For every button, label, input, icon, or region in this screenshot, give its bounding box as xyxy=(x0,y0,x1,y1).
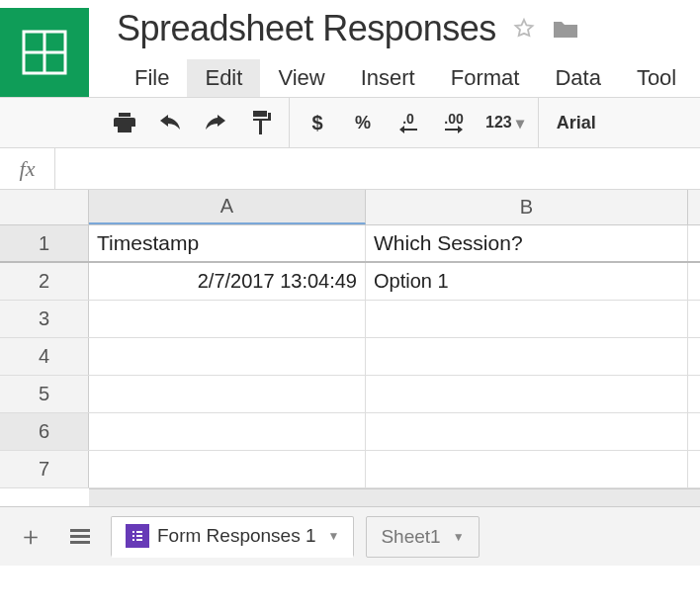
number-format-button[interactable]: 123 ▾ xyxy=(485,114,524,132)
menu-view[interactable]: View xyxy=(260,59,342,97)
cell-b1[interactable]: Which Session? xyxy=(366,225,688,261)
dropdown-icon: ▾ xyxy=(516,114,524,132)
spreadsheet-grid[interactable]: A B 1 Timestamp Which Session? 2 2/7/201… xyxy=(0,190,700,506)
fx-label: fx xyxy=(0,148,55,189)
column-header-b[interactable]: B xyxy=(366,190,688,224)
sheet-tab-label: Form Responses 1 xyxy=(157,525,316,547)
horizontal-scrollbar[interactable] xyxy=(89,488,700,506)
row-header[interactable]: 6 xyxy=(0,413,89,450)
all-sheets-button[interactable] xyxy=(61,518,99,556)
formula-input[interactable] xyxy=(55,148,700,189)
sheets-logo xyxy=(0,8,89,97)
decrease-decimal-button[interactable]: .0 xyxy=(394,109,422,136)
column-header-a[interactable]: A xyxy=(89,190,366,224)
cell[interactable] xyxy=(89,301,366,337)
cell[interactable] xyxy=(89,451,366,487)
toolbar: $ % .0 .00 123 ▾ Arial xyxy=(0,97,700,148)
percent-button[interactable]: % xyxy=(349,109,377,136)
sheet-tab-form-responses[interactable]: Form Responses 1 ▼ xyxy=(111,516,354,558)
star-icon[interactable] xyxy=(512,17,536,41)
cell-a2[interactable]: 2/7/2017 13:04:49 xyxy=(89,263,366,300)
number-format-label: 123 xyxy=(485,114,512,132)
print-icon[interactable] xyxy=(111,109,138,136)
sheet-tab-sheet1[interactable]: Sheet1 ▼ xyxy=(366,516,479,558)
currency-button[interactable]: $ xyxy=(304,109,331,136)
cell[interactable] xyxy=(89,413,366,450)
menu-insert[interactable]: Insert xyxy=(343,59,433,97)
add-sheet-button[interactable]: ＋ xyxy=(12,518,49,556)
decrease-decimal-label: .0 xyxy=(402,112,414,126)
cell[interactable] xyxy=(366,301,688,337)
document-title[interactable]: Spreadsheet Responses xyxy=(117,8,496,49)
row-header[interactable]: 3 xyxy=(0,301,89,337)
form-icon xyxy=(126,524,149,548)
increase-decimal-button[interactable]: .00 xyxy=(440,109,468,136)
menu-data[interactable]: Data xyxy=(537,59,618,97)
undo-icon[interactable] xyxy=(156,109,184,136)
dropdown-icon[interactable]: ▼ xyxy=(328,529,340,543)
row-header[interactable]: 4 xyxy=(0,338,89,375)
cell[interactable] xyxy=(89,376,366,412)
cell-b2[interactable]: Option 1 xyxy=(366,263,688,300)
increase-decimal-label: .00 xyxy=(444,112,463,126)
menu-file[interactable]: File xyxy=(117,59,187,97)
cell-a1[interactable]: Timestamp xyxy=(89,225,366,261)
font-family-select[interactable]: Arial xyxy=(539,113,614,133)
dropdown-icon[interactable]: ▼ xyxy=(453,530,465,544)
row-header[interactable]: 2 xyxy=(0,263,89,300)
sheet-tab-label: Sheet1 xyxy=(381,526,440,548)
redo-icon[interactable] xyxy=(202,109,229,136)
row-header[interactable]: 7 xyxy=(0,451,89,487)
cell[interactable] xyxy=(366,376,688,412)
folder-icon[interactable] xyxy=(552,17,579,41)
paint-format-icon[interactable] xyxy=(247,109,275,136)
menu-format[interactable]: Format xyxy=(433,59,538,97)
cell[interactable] xyxy=(366,338,688,375)
row-header[interactable]: 1 xyxy=(0,225,89,261)
row-header[interactable]: 5 xyxy=(0,376,89,412)
menu-edit[interactable]: Edit xyxy=(187,59,260,97)
select-all-corner[interactable] xyxy=(0,190,89,224)
cell[interactable] xyxy=(366,413,688,450)
cell[interactable] xyxy=(366,451,688,487)
cell[interactable] xyxy=(89,338,366,375)
menu-tools[interactable]: Tool xyxy=(619,59,694,97)
